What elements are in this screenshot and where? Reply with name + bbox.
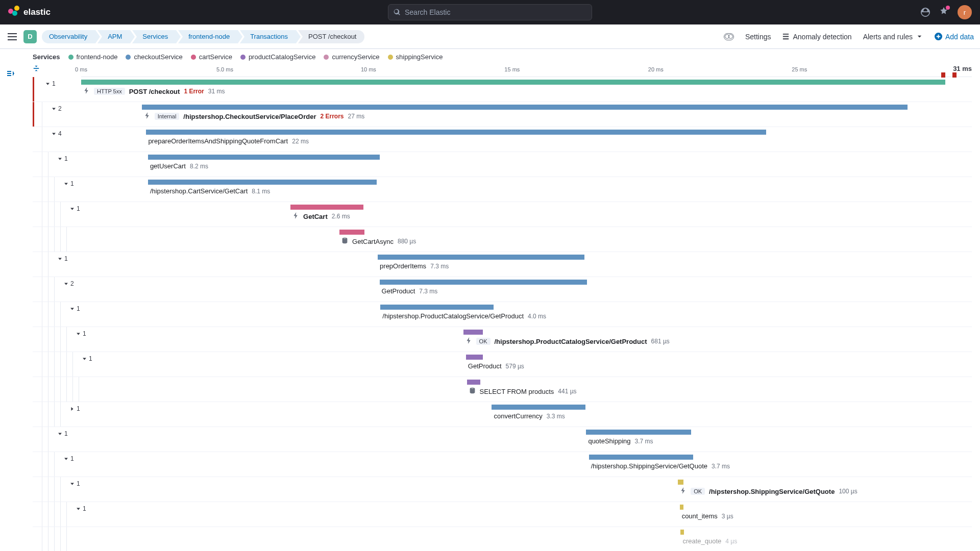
span-bar[interactable] <box>81 80 945 85</box>
span-row[interactable]: 1convertCurrency3.3 ms <box>33 402 972 427</box>
legend-frontend-node[interactable]: frontend-node <box>68 53 118 61</box>
span-bar[interactable] <box>463 330 483 335</box>
inspect-icon[interactable] <box>724 33 734 40</box>
span-bar[interactable] <box>680 530 684 535</box>
span-row[interactable]: 1OK/hipstershop.ShippingService/GetQuote… <box>33 477 972 502</box>
row-toggle[interactable]: 1 <box>57 255 68 262</box>
span-name: /hipstershop.CheckoutService/PlaceOrder <box>183 113 316 120</box>
span-bar[interactable] <box>146 130 766 135</box>
span-label[interactable]: getUserCart8.2 ms <box>150 162 208 170</box>
legend-shippingService[interactable]: shippingService <box>388 53 443 61</box>
span-row[interactable]: 1quoteShipping3.7 ms <box>33 427 972 452</box>
span-label[interactable]: /hipstershop.ShippingService/GetQuote3.7… <box>591 462 730 470</box>
span-row[interactable]: 1OK/hipstershop.ProductCatalogService/Ge… <box>33 327 972 352</box>
span-bar[interactable] <box>378 255 584 260</box>
span-label[interactable]: OK/hipstershop.ShippingService/GetQuote1… <box>680 487 857 495</box>
row-toggle[interactable]: 1 <box>63 455 74 462</box>
span-bar[interactable] <box>339 230 364 235</box>
user-avatar[interactable]: r <box>958 5 972 19</box>
span-label[interactable]: convertCurrency3.3 ms <box>494 412 565 420</box>
span-row[interactable]: 1HTTP 5xxPOST /checkout1 Error31 ms <box>33 77 972 102</box>
span-row[interactable]: 1/hipstershop.ShippingService/GetQuote3.… <box>33 452 972 477</box>
span-bar[interactable] <box>142 105 908 110</box>
span-bar[interactable] <box>678 480 683 485</box>
row-toggle[interactable]: 2 <box>51 105 62 112</box>
row-toggle[interactable]: 1 <box>69 405 80 412</box>
span-bar[interactable] <box>380 305 494 310</box>
span-name: GetProduct <box>468 362 502 370</box>
span-row[interactable]: 4prepareOrderItemsAndShippingQuoteFromCa… <box>33 127 972 152</box>
elastic-logo[interactable]: elastic <box>8 7 51 18</box>
span-label[interactable]: prepOrderItems7.3 ms <box>380 262 449 270</box>
row-toggle[interactable]: 4 <box>51 130 62 137</box>
span-bar[interactable] <box>589 455 693 460</box>
legend-cartService[interactable]: cartService <box>191 53 232 61</box>
collapse-all-icon[interactable] <box>33 65 45 75</box>
span-row[interactable]: 2GetProduct7.3 ms <box>33 277 972 302</box>
span-label[interactable]: /hipstershop.ProductCatalogService/GetPr… <box>382 312 546 320</box>
span-label[interactable]: create_quote4 µs <box>682 537 737 545</box>
span-row[interactable]: 2Internal/hipstershop.CheckoutService/Pl… <box>33 102 972 127</box>
span-row[interactable]: create_quote4 µs <box>33 527 972 551</box>
elastic-logo-text: elastic <box>23 7 51 17</box>
span-bar[interactable] <box>467 380 480 385</box>
row-toggle[interactable]: 1 <box>57 155 68 162</box>
span-bar[interactable] <box>148 155 380 160</box>
span-label[interactable]: prepareOrderItemsAndShippingQuoteFromCar… <box>148 137 309 145</box>
breadcrumb-observability[interactable]: Observability <box>42 30 95 43</box>
legend-currencyService[interactable]: currencyService <box>324 53 379 61</box>
span-label[interactable]: count_items3 µs <box>682 512 733 520</box>
row-toggle[interactable]: 1 <box>45 80 56 87</box>
global-search[interactable]: Search Elastic <box>388 4 592 20</box>
settings-link[interactable]: Settings <box>745 33 771 41</box>
span-row[interactable]: GetCartAsync880 µs <box>33 227 972 252</box>
span-label[interactable]: HTTP 5xxPOST /checkout1 Error31 ms <box>83 87 225 95</box>
row-toggle[interactable]: 1 <box>57 430 68 437</box>
space-selector[interactable]: D <box>23 30 37 43</box>
rail-expand[interactable] <box>0 49 20 551</box>
span-row[interactable]: SELECT FROM products441 µs <box>33 377 972 402</box>
row-toggle[interactable]: 1 <box>63 180 74 187</box>
news-icon[interactable] <box>939 7 948 18</box>
row-toggle[interactable]: 1 <box>69 205 80 212</box>
breadcrumb-post-checkout[interactable]: POST /checkout <box>298 30 364 43</box>
span-label[interactable]: Internal/hipstershop.CheckoutService/Pla… <box>144 112 365 120</box>
span-duration: 681 µs <box>651 338 670 345</box>
span-bar[interactable] <box>466 355 483 360</box>
span-label[interactable]: GetCart2.6 ms <box>292 212 350 220</box>
span-row[interactable]: 1prepOrderItems7.3 ms <box>33 252 972 277</box>
legend-checkoutService[interactable]: checkoutService <box>126 53 182 61</box>
span-label[interactable]: /hipstershop.CartService/GetCart8.1 ms <box>150 187 270 195</box>
span-row[interactable]: 1/hipstershop.CartService/GetCart8.1 ms <box>33 177 972 202</box>
span-label[interactable]: quoteShipping3.7 ms <box>588 437 653 445</box>
span-label[interactable]: SELECT FROM products441 µs <box>469 387 577 395</box>
span-row[interactable]: 1count_items3 µs <box>33 502 972 527</box>
legend-productCatalogService[interactable]: productCatalogService <box>240 53 316 61</box>
globe-icon[interactable] <box>921 8 930 17</box>
alerts-link[interactable]: Alerts and rules <box>863 33 923 41</box>
row-toggle[interactable]: 1 <box>69 305 80 312</box>
breadcrumb-transactions[interactable]: Transactions <box>240 30 296 43</box>
span-bar[interactable] <box>380 280 587 285</box>
span-label[interactable]: OK/hipstershop.ProductCatalogService/Get… <box>465 337 670 345</box>
span-row[interactable]: 1GetCart2.6 ms <box>33 202 972 227</box>
span-label[interactable]: GetProduct7.3 ms <box>382 287 438 295</box>
span-label[interactable]: GetProduct579 µs <box>468 362 524 370</box>
span-row[interactable]: 1GetProduct579 µs <box>33 352 972 377</box>
span-bar[interactable] <box>290 205 363 210</box>
row-toggle[interactable]: 2 <box>63 280 74 287</box>
breadcrumb-apm[interactable]: APM <box>97 30 130 43</box>
breadcrumb-services[interactable]: Services <box>132 30 176 43</box>
span-bar[interactable] <box>148 180 377 185</box>
nav-toggle-icon[interactable] <box>6 31 18 43</box>
span-label[interactable]: GetCartAsync880 µs <box>341 237 416 245</box>
span-row[interactable]: 1getUserCart8.2 ms <box>33 152 972 177</box>
row-toggle[interactable]: 1 <box>69 480 80 487</box>
span-bar[interactable] <box>586 430 691 435</box>
span-bar[interactable] <box>492 405 585 410</box>
span-bar[interactable] <box>680 505 683 510</box>
add-data-link[interactable]: Add data <box>935 33 974 41</box>
breadcrumb-frontend-node[interactable]: frontend-node <box>178 30 238 43</box>
span-row[interactable]: 1/hipstershop.ProductCatalogService/GetP… <box>33 302 972 327</box>
anomaly-link[interactable]: Anomaly detection <box>782 33 851 41</box>
